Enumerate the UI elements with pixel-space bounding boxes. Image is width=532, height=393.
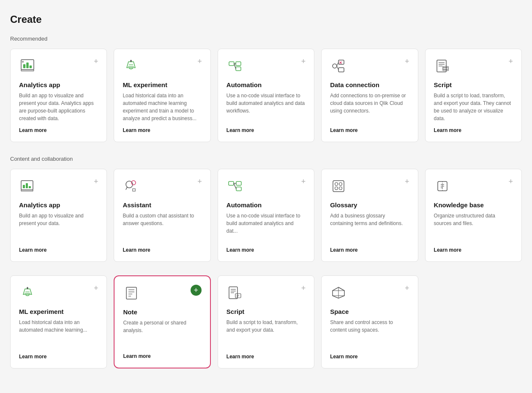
recommended-section: Recommended + Analytics app Build xyxy=(10,36,522,142)
add-ml-experiment-rec-button[interactable]: + xyxy=(197,58,202,65)
svg-rect-24 xyxy=(236,187,241,191)
card-glossary-cc-desc: Add a business glossary containing terms… xyxy=(330,212,409,242)
card-analytics-app-rec[interactable]: + Analytics app Build an app to visualiz… xyxy=(10,49,107,142)
card-script-rec[interactable]: + Script Build a script to load, transfo… xyxy=(425,49,522,142)
analytics-icon xyxy=(19,58,36,74)
add-data-connection-rec-button[interactable]: + xyxy=(405,58,409,65)
card-automation-rec[interactable]: + Automation Use a no-code visual interf… xyxy=(218,49,314,142)
svg-rect-8 xyxy=(236,62,241,66)
data-connection-icon xyxy=(330,58,347,74)
svg-rect-16 xyxy=(21,190,33,191)
add-knowledge-base-cc-button[interactable]: + xyxy=(508,178,513,185)
svg-point-31 xyxy=(27,287,28,289)
card-ml-experiment-cc-desc: Load historical data into an automated m… xyxy=(19,319,98,349)
add-note-cc-button[interactable]: + xyxy=(191,285,202,296)
card-script-rec-learn[interactable]: Learn more xyxy=(434,127,513,133)
add-analytics-app-cc-button[interactable]: + xyxy=(94,178,98,185)
card-assistant-cc-desc: Build a custom chat assistant to answer … xyxy=(123,212,202,242)
content-collab-row1: + Analytics app Build an app to visualiz… xyxy=(10,169,522,262)
svg-rect-22 xyxy=(229,181,234,185)
card-ml-experiment-cc-learn[interactable]: Learn more xyxy=(19,354,98,360)
svg-rect-23 xyxy=(236,181,241,185)
svg-rect-32 xyxy=(126,287,136,299)
card-automation-cc-title: Automation xyxy=(226,201,306,209)
script-icon xyxy=(434,58,451,74)
card-ml-experiment-rec-learn[interactable]: Learn more xyxy=(123,127,202,133)
add-automation-rec-button[interactable]: + xyxy=(301,58,306,65)
card-glossary-cc-learn[interactable]: Learn more xyxy=(330,247,409,253)
card-ml-experiment-rec-title: ML experiment xyxy=(123,81,202,88)
add-analytics-app-rec-button[interactable]: + xyxy=(94,58,98,65)
card-data-connection-rec-desc: Add connections to on-premise or cloud d… xyxy=(330,92,409,122)
card-automation-cc-learn[interactable]: Learn more xyxy=(226,247,306,253)
content-collab-label: Content and collaboration xyxy=(10,156,522,162)
card-analytics-app-rec-desc: Build an app to visualize and present yo… xyxy=(19,92,98,122)
add-script-rec-button[interactable]: + xyxy=(508,58,513,65)
add-automation-cc-button[interactable]: + xyxy=(301,178,306,185)
card-analytics-app-rec-title: Analytics app xyxy=(19,81,98,88)
card-glossary-cc[interactable]: + Glossary Add a business glossary conta… xyxy=(321,169,418,262)
card-assistant-cc-learn[interactable]: Learn more xyxy=(123,247,202,253)
svg-rect-19 xyxy=(29,186,31,188)
add-ml-experiment-cc-button[interactable]: + xyxy=(94,284,98,292)
card-knowledge-base-cc-learn[interactable]: Learn more xyxy=(434,247,513,253)
svg-rect-3 xyxy=(27,63,29,68)
svg-rect-4 xyxy=(30,66,32,68)
card-ml-experiment-rec[interactable]: + ML experiment Load historical data int… xyxy=(114,49,210,142)
svg-point-28 xyxy=(335,187,338,190)
card-glossary-cc-title: Glossary xyxy=(330,201,409,209)
card-knowledge-base-cc[interactable]: + Knowledge base Organize unstructured d… xyxy=(425,169,522,262)
ml-icon xyxy=(123,58,139,74)
card-note-cc-title: Note xyxy=(123,308,201,316)
card-script-rec-title: Script xyxy=(434,81,513,88)
card-space-cc-desc: Share and control access to content usin… xyxy=(330,319,409,349)
card-note-cc[interactable]: + Note Create a personal or shared analy… xyxy=(114,275,210,368)
card-analytics-app-cc-learn[interactable]: Learn more xyxy=(19,247,98,253)
card-space-cc-title: Space xyxy=(330,308,409,315)
content-collab-row2: + ML experiment Load historical data int… xyxy=(10,275,522,368)
card-note-cc-learn[interactable]: Learn more xyxy=(123,353,201,359)
card-assistant-cc-title: Assistant xyxy=(123,201,202,209)
card-analytics-app-rec-learn[interactable]: Learn more xyxy=(19,127,98,133)
card-data-connection-rec[interactable]: + Data connection Add connections to on-… xyxy=(321,49,418,142)
card-script-cc-desc: Build a script to load, transform, and e… xyxy=(226,319,306,349)
card-analytics-app-cc-title: Analytics app xyxy=(19,201,98,209)
card-ml-experiment-cc[interactable]: + ML experiment Load historical data int… xyxy=(10,275,107,368)
add-glossary-cc-button[interactable]: + xyxy=(405,178,409,185)
automation-cc-icon xyxy=(226,178,243,195)
card-note-cc-desc: Create a personal or shared analysis. xyxy=(123,319,201,348)
svg-point-26 xyxy=(335,183,338,186)
card-space-cc-learn[interactable]: Learn more xyxy=(330,354,409,360)
card-automation-cc[interactable]: + Automation Use a no-code visual interf… xyxy=(218,169,314,262)
recommended-cards-grid: + Analytics app Build an app to visualiz… xyxy=(10,49,522,142)
card-ml-experiment-rec-desc: Load historical data into an automated m… xyxy=(123,92,202,122)
glossary-icon xyxy=(330,178,347,195)
add-space-cc-button[interactable]: + xyxy=(405,284,409,292)
svg-rect-34 xyxy=(235,294,241,298)
svg-rect-25 xyxy=(333,181,344,192)
card-ml-experiment-cc-title: ML experiment xyxy=(19,308,98,315)
svg-rect-9 xyxy=(236,67,241,71)
knowledge-icon xyxy=(434,178,451,195)
add-script-cc-button[interactable]: + xyxy=(301,284,306,292)
automation-icon xyxy=(226,58,243,74)
card-automation-cc-desc: Use a no-code visual interface to build … xyxy=(226,212,306,242)
svg-point-6 xyxy=(130,60,132,62)
card-space-cc[interactable]: + Space Share and control access to cont… xyxy=(321,275,418,368)
svg-point-5 xyxy=(22,61,24,63)
card-script-cc-learn[interactable]: Learn more xyxy=(226,354,306,360)
card-automation-rec-learn[interactable]: Learn more xyxy=(226,127,306,133)
card-data-connection-rec-learn[interactable]: Learn more xyxy=(330,127,409,133)
card-analytics-app-cc[interactable]: + Analytics app Build an app to visualiz… xyxy=(10,169,107,262)
add-assistant-cc-button[interactable]: + xyxy=(197,178,202,185)
card-automation-rec-title: Automation xyxy=(226,81,306,88)
card-script-cc[interactable]: + Script Build a script to load, transfo… xyxy=(218,275,314,368)
note-icon xyxy=(123,285,140,302)
card-assistant-cc[interactable]: + Assistant Build a custom chat assistan… xyxy=(114,169,210,262)
recommended-label: Recommended xyxy=(10,36,522,42)
svg-rect-1 xyxy=(21,70,34,71)
ml-cc-icon xyxy=(19,284,36,301)
content-collab-section: Content and collaboration + Analytics ap… xyxy=(10,156,522,368)
space-icon xyxy=(330,284,347,301)
card-script-rec-desc: Build a script to load, transform, and e… xyxy=(434,92,513,122)
